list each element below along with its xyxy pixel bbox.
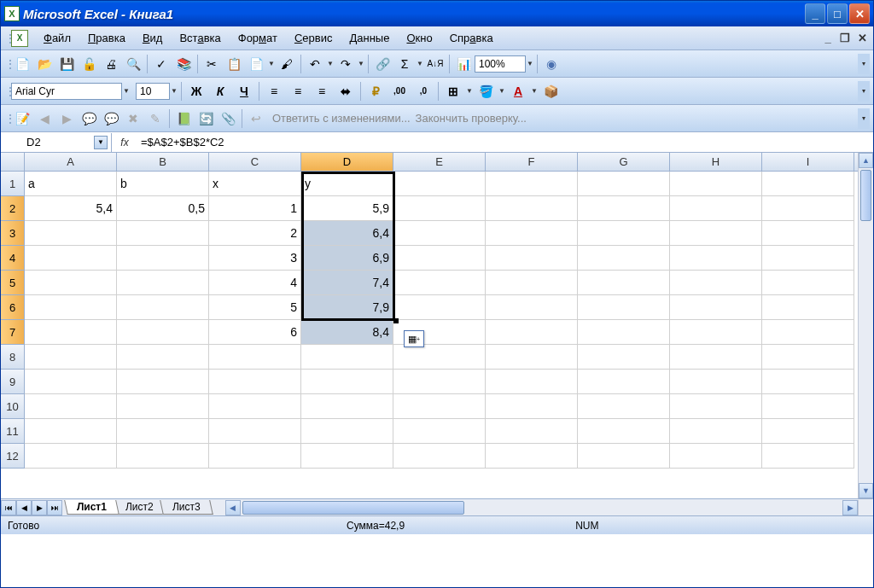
cell-A12[interactable] bbox=[25, 444, 117, 469]
redo-dropdown-icon[interactable]: ▼ bbox=[357, 60, 365, 67]
cell-F6[interactable] bbox=[486, 295, 578, 320]
cell-B12[interactable] bbox=[117, 444, 209, 469]
next-comment-button[interactable]: ▶ bbox=[56, 108, 77, 129]
cell-A10[interactable] bbox=[25, 394, 117, 419]
end-review-label[interactable]: Закончить проверку... bbox=[416, 112, 527, 125]
row-header-11[interactable]: 11 bbox=[1, 419, 25, 444]
cell-I10[interactable] bbox=[762, 394, 854, 419]
formula-input[interactable]: =$A$2+$B$2*C2 bbox=[137, 136, 873, 148]
merge-center-button[interactable]: ⬌ bbox=[335, 81, 357, 102]
cell-H5[interactable] bbox=[670, 271, 762, 295]
cell-B8[interactable] bbox=[117, 345, 209, 370]
cell-C3[interactable]: 2 bbox=[209, 221, 301, 246]
sheet-tab-1[interactable]: Лист1 bbox=[64, 500, 119, 515]
underline-button[interactable]: Ч bbox=[233, 81, 255, 102]
menu-help[interactable]: Справка bbox=[441, 29, 502, 47]
row-header-10[interactable]: 10 bbox=[1, 394, 25, 419]
borders-button[interactable]: ⊞ bbox=[442, 81, 464, 102]
redo-button[interactable]: ↷ bbox=[335, 54, 356, 74]
autosum-dropdown-icon[interactable]: ▼ bbox=[416, 60, 424, 67]
cell-E9[interactable] bbox=[393, 370, 486, 394]
row-header-3[interactable]: 3 bbox=[1, 221, 25, 246]
cell-I1[interactable] bbox=[762, 172, 854, 196]
cell-I2[interactable] bbox=[762, 196, 854, 221]
cell-A11[interactable] bbox=[25, 419, 117, 444]
cell-H12[interactable] bbox=[670, 444, 762, 469]
column-header-E[interactable]: E bbox=[393, 153, 486, 171]
column-header-C[interactable]: C bbox=[209, 153, 301, 171]
cell-C8[interactable] bbox=[209, 345, 301, 370]
menu-insert[interactable]: Вставка bbox=[171, 29, 229, 47]
print-button[interactable]: 🖨 bbox=[101, 54, 121, 74]
cell-I9[interactable] bbox=[762, 370, 854, 394]
borders-dropdown-icon[interactable]: ▼ bbox=[465, 87, 474, 95]
name-box[interactable]: D2 ▼ bbox=[1, 133, 112, 152]
cell-A2[interactable]: 5,4 bbox=[25, 196, 117, 221]
cell-D1[interactable]: y bbox=[301, 172, 393, 196]
bold-button[interactable]: Ж bbox=[185, 81, 207, 102]
row-header-4[interactable]: 4 bbox=[1, 246, 25, 271]
cell-I8[interactable] bbox=[762, 345, 854, 370]
misc-button[interactable]: 📦 bbox=[539, 81, 562, 102]
cell-A6[interactable] bbox=[25, 295, 117, 320]
cell-D4[interactable]: 6,9 bbox=[301, 246, 393, 271]
cell-A1[interactable]: a bbox=[25, 172, 117, 196]
menu-window[interactable]: Окно bbox=[398, 29, 440, 47]
column-header-G[interactable]: G bbox=[578, 153, 670, 171]
spell-check-button[interactable]: ✓ bbox=[151, 54, 172, 74]
hscroll-thumb[interactable] bbox=[242, 501, 464, 515]
cell-D10[interactable] bbox=[301, 394, 393, 419]
chart-button[interactable]: 📊 bbox=[453, 54, 474, 74]
cell-D2[interactable]: 5,9 bbox=[301, 196, 393, 221]
cell-A3[interactable] bbox=[25, 221, 117, 246]
cell-A9[interactable] bbox=[25, 370, 117, 394]
cell-F7[interactable] bbox=[486, 320, 578, 345]
grip-icon[interactable] bbox=[4, 112, 9, 125]
cell-I6[interactable] bbox=[762, 295, 854, 320]
cell-H4[interactable] bbox=[670, 246, 762, 271]
cell-D6[interactable]: 7,9 bbox=[301, 295, 393, 320]
row-header-5[interactable]: 5 bbox=[1, 271, 25, 295]
namebox-dropdown-icon[interactable]: ▼ bbox=[94, 136, 108, 149]
delete-comment-button[interactable]: ✖ bbox=[123, 108, 143, 129]
doc-minimize-button[interactable]: _ bbox=[820, 32, 836, 45]
align-right-button[interactable]: ≡ bbox=[311, 81, 333, 102]
vertical-scrollbar[interactable]: ▲ ▼ bbox=[858, 153, 873, 498]
paste-dropdown-icon[interactable]: ▼ bbox=[267, 60, 276, 67]
cell-C7[interactable]: 6 bbox=[209, 320, 301, 345]
column-header-F[interactable]: F bbox=[486, 153, 578, 171]
cell-D7[interactable]: 8,4 bbox=[301, 320, 393, 345]
sort-button[interactable]: А↓Я bbox=[425, 54, 446, 74]
row-header-12[interactable]: 12 bbox=[1, 444, 25, 469]
row-header-8[interactable]: 8 bbox=[1, 345, 25, 370]
cell-F8[interactable] bbox=[486, 345, 578, 370]
paste-button[interactable]: 📄 bbox=[246, 54, 266, 74]
menu-service[interactable]: Сервис bbox=[286, 29, 341, 47]
font-color-button[interactable]: А bbox=[507, 81, 529, 102]
cell-B7[interactable] bbox=[117, 320, 209, 345]
fill-handle[interactable] bbox=[393, 318, 399, 323]
menu-view[interactable]: Вид bbox=[134, 29, 172, 47]
cell-B6[interactable] bbox=[117, 295, 209, 320]
menu-edit[interactable]: Правка bbox=[79, 29, 134, 47]
column-header-A[interactable]: A bbox=[25, 153, 117, 171]
cell-C2[interactable]: 1 bbox=[209, 196, 301, 221]
font-dropdown-icon[interactable]: ▼ bbox=[122, 87, 131, 95]
scroll-right-button[interactable]: ▶ bbox=[842, 500, 858, 515]
help-button[interactable]: ◉ bbox=[541, 54, 562, 74]
row-header-9[interactable]: 9 bbox=[1, 370, 25, 394]
cell-G8[interactable] bbox=[578, 345, 670, 370]
column-header-B[interactable]: B bbox=[117, 153, 209, 171]
cell-E8[interactable] bbox=[393, 345, 486, 370]
cell-F5[interactable] bbox=[486, 271, 578, 295]
cell-E1[interactable] bbox=[393, 172, 486, 196]
cell-H11[interactable] bbox=[670, 419, 762, 444]
cell-D3[interactable]: 6,4 bbox=[301, 221, 393, 246]
undo-button[interactable]: ↶ bbox=[305, 54, 325, 74]
align-left-button[interactable]: ≡ bbox=[263, 81, 285, 102]
fill-color-button[interactable]: 🪣 bbox=[475, 81, 497, 102]
cut-button[interactable]: ✂ bbox=[201, 54, 222, 74]
cell-F10[interactable] bbox=[486, 394, 578, 419]
cell-H9[interactable] bbox=[670, 370, 762, 394]
decrease-decimal-button[interactable]: ,0 bbox=[412, 81, 434, 102]
